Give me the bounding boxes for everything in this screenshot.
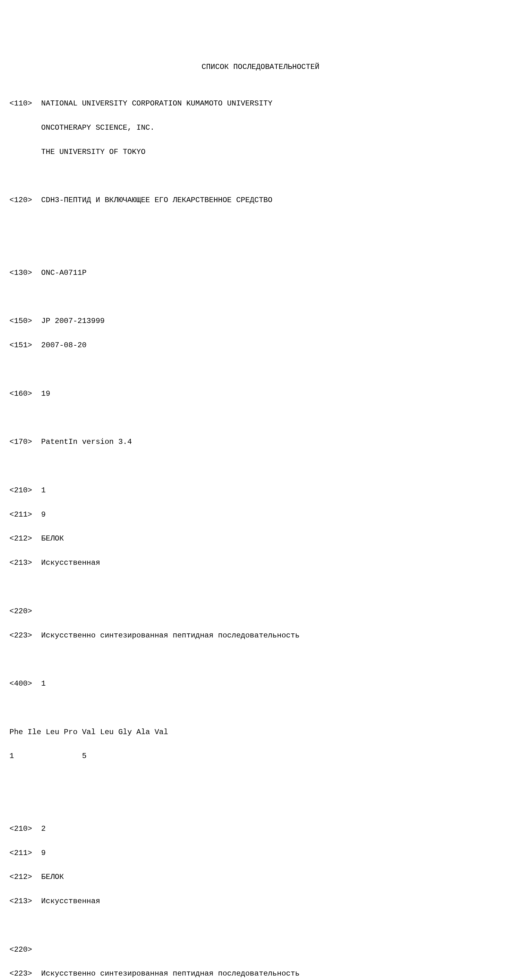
blank xyxy=(10,364,511,375)
value-160: 19 xyxy=(41,390,50,398)
header-150: <150> JP 2007-213999 xyxy=(10,315,511,327)
value-s1-210: 1 xyxy=(41,486,46,495)
header-110-line2: ONCOTHERAPY SCIENCE, INC. xyxy=(10,122,511,134)
seq2-210: <210> 2 xyxy=(10,823,511,835)
value-s1-400: 1 xyxy=(41,679,46,688)
blank xyxy=(10,654,511,665)
value-s2-210: 2 xyxy=(41,824,46,833)
seq1-sequence: Phe Ile Leu Pro Val Leu Gly Ala Val xyxy=(10,726,511,738)
tag-223: <223> xyxy=(10,631,32,640)
seq1-numbers: 1 5 xyxy=(10,750,511,762)
value-120: CDH3-ПЕПТИД И ВКЛЮЧАЮЩЕЕ ЕГО ЛЕКАРСТВЕНН… xyxy=(41,196,273,204)
tag-151: <151> xyxy=(10,341,32,350)
seq2-212: <212> БЕЛОК xyxy=(10,871,511,883)
blank xyxy=(10,702,511,714)
seq1-210: <210> 1 xyxy=(10,485,511,496)
tag-160: <160> xyxy=(10,390,32,398)
tag-211: <211> xyxy=(10,510,32,519)
tag-150: <150> xyxy=(10,317,32,325)
tag-130: <130> xyxy=(10,269,32,277)
tag-212: <212> xyxy=(10,873,32,881)
blank xyxy=(10,920,511,932)
blank xyxy=(10,291,511,303)
value-s2-213: Искусственная xyxy=(41,897,100,905)
value-150: JP 2007-213999 xyxy=(41,317,105,325)
tag-210: <210> xyxy=(10,824,32,833)
value-110-1: NATIONAL UNIVERSITY CORPORATION KUMAMOTO… xyxy=(41,99,273,108)
value-110-2: ONCOTHERAPY SCIENCE, INC. xyxy=(41,123,154,132)
seq2-213: <213> Искусственная xyxy=(10,895,511,907)
tag-212: <212> xyxy=(10,534,32,543)
seq1-212: <212> БЕЛОК xyxy=(10,533,511,545)
tag-223: <223> xyxy=(10,969,32,978)
tag-210: <210> xyxy=(10,486,32,495)
header-160: <160> 19 xyxy=(10,388,511,400)
value-130: ONC-A0711P xyxy=(41,269,87,277)
blank xyxy=(10,412,511,424)
seq1-400: <400> 1 xyxy=(10,678,511,690)
header-170: <170> PatentIn version 3.4 xyxy=(10,436,511,448)
seq2-220: <220> xyxy=(10,944,511,956)
value-s1-223: Искусственно синтезированная пептидная п… xyxy=(41,631,300,640)
header-151: <151> 2007-08-20 xyxy=(10,339,511,351)
seq1-211: <211> 9 xyxy=(10,509,511,521)
header-110-line3: THE UNIVERSITY OF TOKYO xyxy=(10,146,511,158)
header-120: <120> CDH3-ПЕПТИД И ВКЛЮЧАЮЩЕЕ ЕГО ЛЕКАР… xyxy=(10,194,511,206)
blank xyxy=(10,218,511,231)
blank xyxy=(10,170,511,182)
header-130: <130> ONC-A0711P xyxy=(10,267,511,279)
tag-211: <211> xyxy=(10,849,32,857)
blank xyxy=(10,775,511,786)
tag-400: <400> xyxy=(10,679,32,688)
value-s2-211: 9 xyxy=(41,849,46,857)
value-170: PatentIn version 3.4 xyxy=(41,438,132,446)
tag-120: <120> xyxy=(10,196,32,204)
page-title: СПИСОК ПОСЛЕДОВАТЕЛЬНОСТЕЙ xyxy=(10,61,511,73)
tag-170: <170> xyxy=(10,438,32,446)
tag-213: <213> xyxy=(10,558,32,567)
value-s1-212: БЕЛОК xyxy=(41,534,64,543)
blank xyxy=(10,799,511,811)
tag-220: <220> xyxy=(10,945,32,954)
tag-213: <213> xyxy=(10,897,32,905)
seq1-213: <213> Искусственная xyxy=(10,557,511,569)
blank xyxy=(10,243,511,255)
value-s2-212: БЕЛОК xyxy=(41,873,64,881)
value-151: 2007-08-20 xyxy=(41,341,87,350)
value-110-3: THE UNIVERSITY OF TOKYO xyxy=(41,148,145,156)
value-s2-223: Искусственно синтезированная пептидная п… xyxy=(41,969,300,978)
value-s1-213: Искусственная xyxy=(41,558,100,567)
blank xyxy=(10,460,511,472)
blank xyxy=(10,581,511,593)
seq2-211: <211> 9 xyxy=(10,847,511,859)
value-s1-211: 9 xyxy=(41,510,46,519)
seq2-223: <223> Искусственно синтезированная пепти… xyxy=(10,968,511,980)
seq1-220: <220> xyxy=(10,605,511,617)
seq1-223: <223> Искусственно синтезированная пепти… xyxy=(10,630,511,641)
tag-220: <220> xyxy=(10,607,32,616)
header-110-line1: <110> NATIONAL UNIVERSITY CORPORATION KU… xyxy=(10,98,511,110)
tag-110: <110> xyxy=(10,99,32,108)
